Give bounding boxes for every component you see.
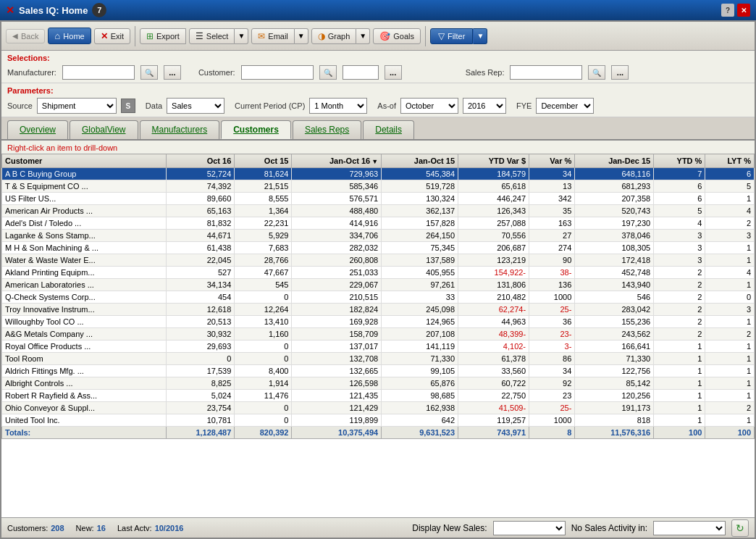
customers-status-label: Customers: [7, 524, 48, 532]
salesrep-dots-button[interactable]: ... [611, 65, 629, 80]
table-row[interactable]: US Filter US...89,6608,555576,571130,324… [2, 193, 755, 205]
table-row[interactable]: Ohio Conveyor & Suppl...23,7540121,42916… [2, 402, 755, 414]
tab-globalview[interactable]: GlobalView [70, 120, 138, 139]
customer-search-button[interactable]: 🔍 [319, 65, 337, 80]
table-row[interactable]: Troy Innovative Instrum...12,61812,26418… [2, 304, 755, 316]
new-status: New: 16 [76, 524, 106, 532]
graph-icon: ◑ [318, 31, 325, 41]
export-label: Export [156, 32, 180, 41]
select-dropdown[interactable]: ▼ [235, 28, 248, 44]
table-container[interactable]: Customer Oct 16 Oct 15 Jan-Oct 16▼ Jan-O… [1, 154, 755, 517]
totals-jandec15: 11,576,316 [575, 427, 654, 439]
col-customer[interactable]: Customer [2, 154, 167, 168]
no-activity-select[interactable] [653, 521, 726, 535]
table-row[interactable]: United Tool Inc.10,7810119,899642119,257… [2, 414, 755, 427]
table-row[interactable]: Aldrich Fittings Mfg. ...17,5398,400132,… [2, 365, 755, 377]
manufacturer-input[interactable] [62, 65, 135, 80]
table-row[interactable]: A&G Metals Company ...30,9321,160158,709… [2, 328, 755, 340]
exit-icon: ✕ [101, 31, 108, 41]
table-row[interactable]: Akland Printing Equipm...52747,667251,03… [2, 267, 755, 279]
period-label: Current Period (CP) [235, 101, 305, 110]
year-select[interactable]: 2016 [463, 98, 506, 114]
col-jandec15[interactable]: Jan-Dec 15 [575, 154, 654, 168]
parameters-label: Parameters: [7, 86, 749, 95]
col-ytdvar[interactable]: YTD Var $ [458, 154, 529, 168]
month-select[interactable]: October [400, 98, 458, 114]
tabs-area: Overview GlobalView Manufacturers Custom… [1, 117, 755, 141]
select-button[interactable]: ☰ Select [189, 28, 235, 44]
col-oct16[interactable]: Oct 16 [167, 154, 235, 168]
customer-secondary-input[interactable] [343, 65, 379, 80]
data-select[interactable]: Sales [167, 98, 224, 114]
export-group: ⊞ Export [140, 28, 186, 44]
nav-back-button[interactable]: ◀ Back [6, 29, 45, 43]
table-row[interactable]: Robert R Rayfield & Ass...5,02411,476121… [2, 390, 755, 402]
customer-dots-button[interactable]: ... [385, 65, 402, 80]
refresh-button[interactable]: ↻ [731, 519, 749, 537]
totals-lytpct: 100 [705, 427, 755, 439]
status-right: Display New Sales: No Sales Activity in:… [412, 519, 749, 537]
customer-input[interactable] [241, 65, 314, 80]
fye-select[interactable]: December [536, 98, 594, 114]
table-row[interactable]: Willoughby Tool CO ...20,51313,410169,92… [2, 316, 755, 328]
selections-row: Manufacturer: 🔍 ... Customer: 🔍 ... Sale… [7, 65, 749, 80]
home-button[interactable]: ⌂ Home [48, 28, 91, 44]
customers-status: Customers: 208 [7, 524, 64, 532]
toolbar: ◀ Back ⌂ Home ✕ Exit ⊞ Export ☰ Select ▼ [1, 22, 755, 51]
tab-overview[interactable]: Overview [7, 120, 68, 139]
col-lytpct[interactable]: LYT % [705, 154, 755, 168]
goals-button[interactable]: 🎯 Goals [373, 28, 421, 44]
display-new-select[interactable] [493, 521, 566, 535]
manufacturer-dots-button[interactable]: ... [164, 65, 181, 80]
toolbar-sep-2 [425, 26, 426, 46]
table-row[interactable]: Tool Room00132,70871,33061,3788671,33011 [2, 353, 755, 365]
exit-button[interactable]: ✕ Exit [94, 28, 130, 44]
salesrep-search-button[interactable]: 🔍 [588, 65, 605, 80]
graph-dropdown[interactable]: ▼ [356, 28, 370, 44]
close-button[interactable]: ✕ [737, 4, 750, 17]
filter-dropdown[interactable]: ▼ [473, 28, 487, 44]
lastactv-status: Last Actv: 10/2016 [117, 524, 183, 532]
col-janoct15[interactable]: Jan-Oct 15 [382, 154, 458, 168]
graph-label: Graph [328, 32, 350, 41]
table-row[interactable]: Royal Office Products ...29,6930137,0171… [2, 340, 755, 353]
manufacturer-search-icon: 🔍 [145, 69, 154, 77]
tab-details[interactable]: Details [363, 120, 414, 139]
back-arrow-icon: ◀ [12, 32, 18, 40]
select-label: Select [206, 32, 229, 41]
no-activity-label: No Sales Activity in: [571, 523, 647, 533]
salesrep-input[interactable] [510, 65, 582, 80]
filter-button[interactable]: ▽ Filter [430, 28, 473, 44]
table-row[interactable]: Water & Waste Water E...22,04528,766260,… [2, 254, 755, 267]
table-row[interactable]: Adel's Dist / Toledo ...81,83222,231414,… [2, 217, 755, 230]
export-button[interactable]: ⊞ Export [140, 28, 186, 44]
email-button[interactable]: ✉ Email [251, 28, 295, 44]
table-row[interactable]: M H & Son Machining & ...61,4387,683282,… [2, 242, 755, 254]
manufacturer-search-button[interactable]: 🔍 [140, 65, 158, 80]
tab-manufacturers[interactable]: Manufacturers [140, 120, 220, 139]
graph-group: ◑ Graph ▼ [311, 28, 370, 44]
col-varpct[interactable]: Var % [529, 154, 575, 168]
totals-oct16: 1,128,487 [167, 427, 235, 439]
source-select[interactable]: Shipment [37, 98, 117, 114]
tab-customers[interactable]: Customers [221, 120, 291, 139]
tab-salesreps[interactable]: Sales Reps [293, 120, 361, 139]
table-row[interactable]: American Laboratories ...34,134545229,06… [2, 279, 755, 291]
period-select[interactable]: 1 Month [309, 98, 367, 114]
source-s-button[interactable]: S [121, 99, 135, 113]
col-oct15[interactable]: Oct 15 [235, 154, 292, 168]
display-new-label: Display New Sales: [412, 523, 487, 533]
table-row[interactable]: T & S Equipment CO ...74,39221,515585,34… [2, 180, 755, 193]
table-row[interactable]: American Air Products ...65,1631,364488,… [2, 205, 755, 217]
back-label: Back [21, 32, 38, 41]
table-row[interactable]: A B C Buying Group52,72481,624729,963545… [2, 168, 755, 180]
table-row[interactable]: Q-Check Systems Corp...4540210,51533210,… [2, 291, 755, 304]
graph-button[interactable]: ◑ Graph [311, 28, 357, 44]
col-ytdpct[interactable]: YTD % [654, 154, 705, 168]
email-dropdown[interactable]: ▼ [295, 28, 308, 44]
table-row[interactable]: Laganke & Sons Stamp...44,6715,929334,70… [2, 230, 755, 242]
refresh-icon: ↻ [736, 522, 744, 534]
table-row[interactable]: Albright Controls ...8,8251,914126,59865… [2, 377, 755, 390]
col-janoct16[interactable]: Jan-Oct 16▼ [292, 154, 382, 168]
help-button[interactable]: ? [721, 4, 734, 17]
